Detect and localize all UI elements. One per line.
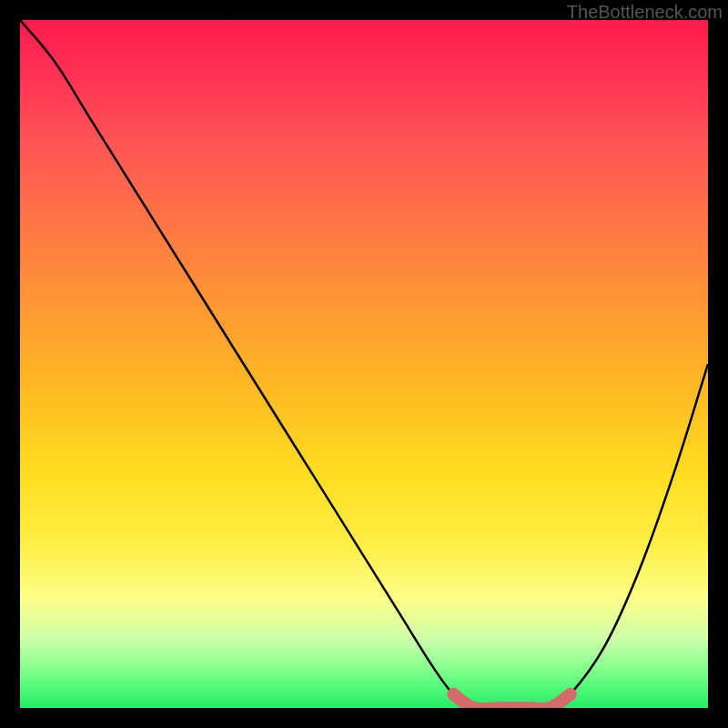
curve-layer (20, 20, 708, 708)
chart-container: TheBottleneck.com (0, 0, 728, 728)
bottleneck-curve (20, 20, 708, 708)
optimal-range-marker (453, 694, 571, 708)
attribution-text: TheBottleneck.com (567, 2, 723, 23)
